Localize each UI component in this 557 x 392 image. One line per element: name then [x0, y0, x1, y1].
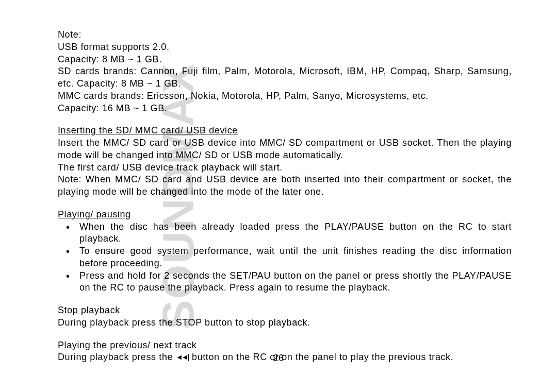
page-number: 26: [0, 353, 557, 364]
note-line: MMC cards brands: Ericsson, Nokia, Motor…: [58, 90, 512, 103]
note-line: Capacity: 16 MB ~ 1 GB.: [58, 103, 512, 115]
section-heading-playing: Playing/ pausing: [58, 209, 512, 221]
document-body: Note: USB format supports 2.0. Capacity:…: [58, 29, 512, 364]
page-container: SOUNDMAX Note: USB format supports 2.0. …: [0, 0, 557, 392]
list-item: To ensure good system performance, wait …: [58, 245, 512, 270]
body-text: Note: When MMC/ SD card and USB device a…: [58, 174, 512, 198]
note-line: Capacity: 8 MB ~ 1 GB.: [58, 54, 512, 66]
section-heading-prevnext: Playing the previous/ next track: [58, 339, 512, 352]
note-heading: Note:: [58, 29, 512, 41]
section-heading-inserting: Inserting the SD/ MMC card/ USB device: [58, 125, 512, 137]
note-line: USB format supports 2.0.: [58, 41, 512, 54]
list-item: When the disc has been already loaded pr…: [58, 221, 512, 246]
body-text: The first card/ USB device track playbac…: [58, 162, 512, 174]
body-text: Insert the MMC/ SD card or USB device in…: [58, 137, 512, 162]
bullet-list: When the disc has been already loaded pr…: [58, 221, 512, 295]
section-heading-stop: Stop playback: [58, 304, 512, 317]
note-line: SD cards brands: Cannon, Fuji film, Palm…: [58, 65, 512, 90]
body-text: During playback press the STOP button to…: [58, 317, 512, 329]
list-item: Press and hold for 2 seconds the SET/PAU…: [58, 270, 512, 295]
